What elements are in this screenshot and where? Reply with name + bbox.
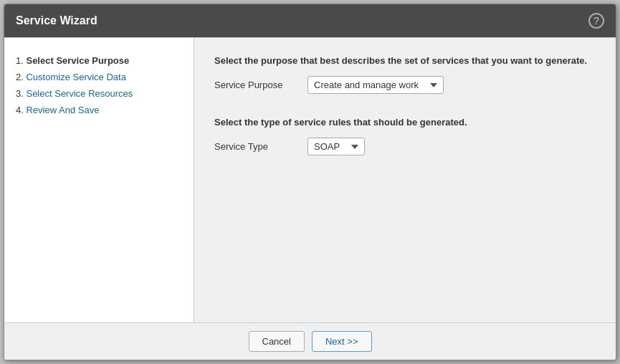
help-icon: ? — [593, 15, 599, 27]
purpose-field-row: Service Purpose Create and manage work Q… — [214, 76, 596, 94]
titlebar: Service Wizard ? — [4, 4, 616, 37]
type-section-header: Select the type of service rules that sh… — [214, 117, 596, 128]
sidebar: 1. Select Service Purpose 2. Customize S… — [4, 38, 194, 322]
step-4-link[interactable]: Review And Save — [26, 105, 99, 115]
type-field-row: Service Type SOAP REST — [214, 138, 596, 155]
service-purpose-select[interactable]: Create and manage work Query data Custom — [307, 76, 444, 94]
step-1-number: 1. — [16, 55, 24, 66]
step-2-number: 2. — [16, 72, 24, 82]
step-3: 3. Select Service Resources — [16, 85, 182, 102]
cancel-button[interactable]: Cancel — [249, 331, 305, 352]
step-2-link[interactable]: Customize Service Data — [26, 72, 125, 82]
next-button[interactable]: Next >> — [312, 331, 372, 352]
purpose-section-header: Select the purpose that best describes t… — [214, 55, 596, 66]
step-3-number: 3. — [16, 88, 24, 99]
step-1-label: Select Service Purpose — [26, 55, 129, 66]
step-2: 2. Customize Service Data — [16, 69, 182, 85]
type-label: Service Type — [214, 141, 293, 152]
content-area: 1. Select Service Purpose 2. Customize S… — [4, 37, 616, 322]
footer: Cancel Next >> — [4, 322, 616, 360]
step-3-link[interactable]: Select Service Resources — [26, 88, 133, 99]
step-1: 1. Select Service Purpose — [16, 52, 182, 69]
purpose-label: Service Purpose — [214, 80, 293, 90]
step-4: 4. Review And Save — [16, 102, 182, 118]
steps-list: 1. Select Service Purpose 2. Customize S… — [16, 52, 182, 118]
service-type-select[interactable]: SOAP REST — [307, 138, 365, 155]
dialog-title: Service Wizard — [16, 14, 97, 27]
purpose-section: Select the purpose that best describes t… — [214, 55, 596, 94]
help-button[interactable]: ? — [588, 13, 604, 29]
step-4-number: 4. — [16, 105, 24, 115]
main-panel: Select the purpose that best describes t… — [194, 38, 616, 322]
service-wizard-dialog: Service Wizard ? 1. Select Service Purpo… — [4, 4, 616, 360]
type-section: Select the type of service rules that sh… — [214, 117, 596, 155]
